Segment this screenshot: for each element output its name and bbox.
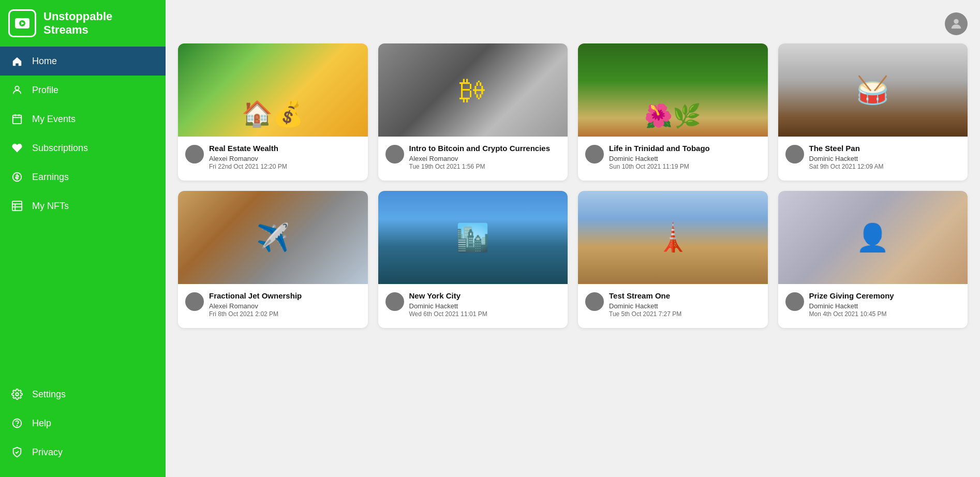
svg-point-18 — [393, 151, 396, 154]
author-avatar-alexei-1 — [185, 145, 204, 163]
card-body-trinidad: Life in Trinidad and Tobago Dominic Hack… — [578, 137, 768, 181]
sidebar-item-label-home: Home — [32, 56, 57, 67]
card-body-jet: Fractional Jet Ownership Alexei Romanov … — [178, 284, 368, 328]
stream-card-nyc[interactable]: New York City Dominic Hackett Wed 6th Oc… — [378, 191, 568, 328]
card-author-row: Test Stream One Dominic Hackett Tue 5th … — [585, 291, 761, 318]
sidebar-item-label-events: My Events — [32, 114, 76, 125]
stream-card-steel-pan[interactable]: The Steel Pan Dominic Hackett Sat 9th Oc… — [778, 43, 968, 181]
calendar-icon — [10, 112, 24, 126]
card-author: Alexei Romanov — [209, 302, 361, 310]
svg-point-15 — [17, 425, 18, 426]
card-author-row: Fractional Jet Ownership Alexei Romanov … — [185, 291, 361, 318]
sidebar-item-my-events[interactable]: My Events — [0, 105, 166, 133]
stream-card-trinidad[interactable]: Life in Trinidad and Tobago Dominic Hack… — [578, 43, 768, 181]
svg-point-19 — [592, 151, 596, 154]
card-info-trinidad: Life in Trinidad and Tobago Dominic Hack… — [609, 144, 761, 170]
card-info-bitcoin: Intro to Bitcoin and Crypto Currencies A… — [409, 144, 561, 170]
author-avatar-dominic-5 — [785, 292, 804, 311]
card-author: Alexei Romanov — [409, 155, 561, 162]
heart-icon — [10, 141, 24, 155]
thumbnail-prize — [778, 191, 968, 284]
author-avatar-dominic-3 — [385, 292, 404, 311]
author-avatar-dominic-4 — [585, 292, 604, 311]
sidebar-item-privacy[interactable]: Privacy — [0, 438, 166, 467]
sidebar-item-help[interactable]: Help — [0, 409, 166, 438]
stream-card-prize[interactable]: Prize Giving Ceremony Dominic Hackett Mo… — [778, 191, 968, 328]
card-date: Mon 4th Oct 2021 10:45 PM — [809, 310, 961, 318]
sidebar-item-profile[interactable]: Profile — [0, 76, 166, 105]
sidebar: UnstoppableStreams Home Profile — [0, 0, 166, 477]
home-icon — [10, 54, 24, 68]
sidebar-item-label-settings: Settings — [32, 389, 66, 400]
thumbnail-steelpan — [778, 43, 968, 137]
nft-icon — [10, 199, 24, 213]
sidebar-item-label-help: Help — [32, 418, 51, 429]
logo-area: UnstoppableStreams — [0, 0, 166, 44]
card-author-row: Life in Trinidad and Tobago Dominic Hack… — [585, 144, 761, 170]
card-info-jet: Fractional Jet Ownership Alexei Romanov … — [209, 291, 361, 318]
stream-grid: Real Estate Wealth Alexei Romanov Fri 22… — [178, 43, 968, 328]
author-avatar-dominic-1 — [585, 145, 604, 163]
card-date: Tue 19th Oct 2021 1:56 PM — [409, 163, 561, 170]
author-avatar-dominic-2 — [785, 145, 804, 163]
svg-point-16 — [954, 19, 958, 24]
sidebar-item-my-nfts[interactable]: My NFTs — [0, 191, 166, 220]
sidebar-item-label-earnings: Earnings — [32, 172, 69, 183]
card-title: The Steel Pan — [809, 144, 961, 154]
card-date: Sun 10th Oct 2021 11:19 PM — [609, 163, 761, 170]
card-title: Test Stream One — [609, 291, 761, 301]
card-title: Life in Trinidad and Tobago — [609, 144, 761, 154]
card-body-steelpan: The Steel Pan Dominic Hackett Sat 9th Oc… — [778, 137, 968, 181]
svg-point-23 — [592, 297, 596, 301]
card-author-row: Prize Giving Ceremony Dominic Hackett Mo… — [785, 291, 961, 318]
svg-point-22 — [393, 297, 396, 301]
card-body-test: Test Stream One Dominic Hackett Tue 5th … — [578, 284, 768, 328]
card-author: Dominic Hackett — [609, 302, 761, 310]
app-logo-icon — [8, 9, 36, 37]
sidebar-item-label-nfts: My NFTs — [32, 201, 69, 212]
avatar[interactable] — [945, 12, 968, 35]
stream-card-real-estate[interactable]: Real Estate Wealth Alexei Romanov Fri 22… — [178, 43, 368, 181]
card-body-prize: Prize Giving Ceremony Dominic Hackett Mo… — [778, 284, 968, 328]
thumbnail-nyc — [378, 191, 568, 284]
card-info-real-estate: Real Estate Wealth Alexei Romanov Fri 22… — [209, 144, 361, 170]
card-title: Prize Giving Ceremony — [809, 291, 961, 301]
card-date: Sat 9th Oct 2021 12:09 AM — [809, 163, 961, 170]
stream-card-jet[interactable]: Fractional Jet Ownership Alexei Romanov … — [178, 191, 368, 328]
gear-icon — [10, 387, 24, 401]
svg-point-3 — [15, 86, 19, 90]
topbar — [178, 12, 968, 35]
stream-card-bitcoin[interactable]: Intro to Bitcoin and Crypto Currencies A… — [378, 43, 568, 181]
sidebar-item-earnings[interactable]: Earnings — [0, 162, 166, 191]
earnings-icon — [10, 170, 24, 184]
card-info-prize: Prize Giving Ceremony Dominic Hackett Mo… — [809, 291, 961, 318]
thumbnail-test — [578, 191, 768, 284]
sidebar-item-home[interactable]: Home — [0, 47, 166, 76]
card-author: Dominic Hackett — [809, 302, 961, 310]
thumbnail-real-estate — [178, 43, 368, 137]
card-title: Real Estate Wealth — [209, 144, 361, 154]
author-avatar-alexei-2 — [385, 145, 404, 163]
svg-rect-4 — [13, 115, 22, 124]
sidebar-item-label-profile: Profile — [32, 85, 58, 96]
card-date: Tue 5th Oct 2021 7:27 PM — [609, 310, 761, 318]
sidebar-item-settings[interactable]: Settings — [0, 380, 166, 409]
card-title: Fractional Jet Ownership — [209, 291, 361, 301]
card-author-row: Real Estate Wealth Alexei Romanov Fri 22… — [185, 144, 361, 170]
card-author: Dominic Hackett — [409, 302, 561, 310]
stream-card-test[interactable]: Test Stream One Dominic Hackett Tue 5th … — [578, 191, 768, 328]
card-date: Fri 22nd Oct 2021 12:20 PM — [209, 163, 361, 170]
card-date: Wed 6th Oct 2021 11:01 PM — [409, 310, 561, 318]
card-info-steelpan: The Steel Pan Dominic Hackett Sat 9th Oc… — [809, 144, 961, 170]
sidebar-item-subscriptions[interactable]: Subscriptions — [0, 133, 166, 162]
help-icon — [10, 416, 24, 430]
card-date: Fri 8th Oct 2021 2:02 PM — [209, 310, 361, 318]
card-body-bitcoin: Intro to Bitcoin and Crypto Currencies A… — [378, 137, 568, 181]
card-body-nyc: New York City Dominic Hackett Wed 6th Oc… — [378, 284, 568, 328]
card-info-nyc: New York City Dominic Hackett Wed 6th Oc… — [409, 291, 561, 318]
sidebar-item-label-privacy: Privacy — [32, 447, 63, 458]
card-author-row: New York City Dominic Hackett Wed 6th Oc… — [385, 291, 561, 318]
profile-icon — [10, 83, 24, 97]
card-body-real-estate: Real Estate Wealth Alexei Romanov Fri 22… — [178, 137, 368, 181]
card-author-row: The Steel Pan Dominic Hackett Sat 9th Oc… — [785, 144, 961, 170]
